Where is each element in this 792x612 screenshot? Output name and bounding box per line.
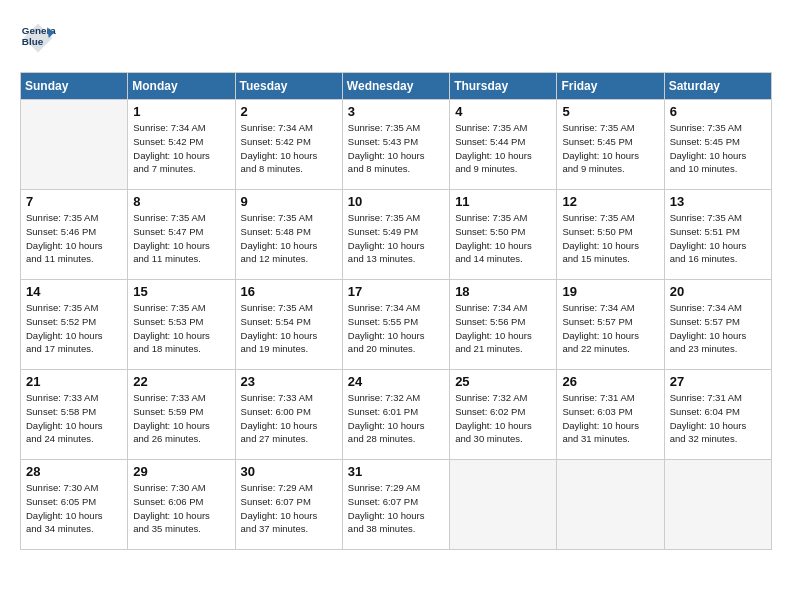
weekday-header: Saturday — [664, 73, 771, 100]
day-info: Sunrise: 7:33 AM Sunset: 5:59 PM Dayligh… — [133, 391, 229, 446]
day-info: Sunrise: 7:35 AM Sunset: 5:45 PM Dayligh… — [562, 121, 658, 176]
day-number: 10 — [348, 194, 444, 209]
day-number: 20 — [670, 284, 766, 299]
day-number: 26 — [562, 374, 658, 389]
day-number: 4 — [455, 104, 551, 119]
day-info: Sunrise: 7:31 AM Sunset: 6:03 PM Dayligh… — [562, 391, 658, 446]
calendar-cell: 24Sunrise: 7:32 AM Sunset: 6:01 PM Dayli… — [342, 370, 449, 460]
day-number: 8 — [133, 194, 229, 209]
day-info: Sunrise: 7:35 AM Sunset: 5:52 PM Dayligh… — [26, 301, 122, 356]
day-info: Sunrise: 7:35 AM Sunset: 5:46 PM Dayligh… — [26, 211, 122, 266]
calendar-cell: 9Sunrise: 7:35 AM Sunset: 5:48 PM Daylig… — [235, 190, 342, 280]
calendar-cell: 25Sunrise: 7:32 AM Sunset: 6:02 PM Dayli… — [450, 370, 557, 460]
day-info: Sunrise: 7:35 AM Sunset: 5:49 PM Dayligh… — [348, 211, 444, 266]
calendar-cell: 13Sunrise: 7:35 AM Sunset: 5:51 PM Dayli… — [664, 190, 771, 280]
day-info: Sunrise: 7:33 AM Sunset: 6:00 PM Dayligh… — [241, 391, 337, 446]
calendar-cell: 19Sunrise: 7:34 AM Sunset: 5:57 PM Dayli… — [557, 280, 664, 370]
calendar-week-row: 21Sunrise: 7:33 AM Sunset: 5:58 PM Dayli… — [21, 370, 772, 460]
day-number: 7 — [26, 194, 122, 209]
day-info: Sunrise: 7:35 AM Sunset: 5:44 PM Dayligh… — [455, 121, 551, 176]
day-number: 16 — [241, 284, 337, 299]
calendar-week-row: 7Sunrise: 7:35 AM Sunset: 5:46 PM Daylig… — [21, 190, 772, 280]
day-number: 11 — [455, 194, 551, 209]
day-info: Sunrise: 7:30 AM Sunset: 6:05 PM Dayligh… — [26, 481, 122, 536]
calendar-cell: 29Sunrise: 7:30 AM Sunset: 6:06 PM Dayli… — [128, 460, 235, 550]
calendar-cell: 21Sunrise: 7:33 AM Sunset: 5:58 PM Dayli… — [21, 370, 128, 460]
calendar-week-row: 28Sunrise: 7:30 AM Sunset: 6:05 PM Dayli… — [21, 460, 772, 550]
day-info: Sunrise: 7:29 AM Sunset: 6:07 PM Dayligh… — [241, 481, 337, 536]
day-info: Sunrise: 7:34 AM Sunset: 5:56 PM Dayligh… — [455, 301, 551, 356]
day-number: 25 — [455, 374, 551, 389]
day-number: 22 — [133, 374, 229, 389]
day-info: Sunrise: 7:34 AM Sunset: 5:42 PM Dayligh… — [241, 121, 337, 176]
weekday-header: Wednesday — [342, 73, 449, 100]
calendar-cell: 20Sunrise: 7:34 AM Sunset: 5:57 PM Dayli… — [664, 280, 771, 370]
logo: General Blue — [20, 20, 62, 56]
day-info: Sunrise: 7:35 AM Sunset: 5:47 PM Dayligh… — [133, 211, 229, 266]
calendar-cell — [450, 460, 557, 550]
day-number: 13 — [670, 194, 766, 209]
day-number: 15 — [133, 284, 229, 299]
svg-text:Blue: Blue — [22, 36, 44, 47]
page-header: General Blue — [20, 20, 772, 56]
day-number: 28 — [26, 464, 122, 479]
day-number: 21 — [26, 374, 122, 389]
calendar-cell: 16Sunrise: 7:35 AM Sunset: 5:54 PM Dayli… — [235, 280, 342, 370]
day-info: Sunrise: 7:35 AM Sunset: 5:45 PM Dayligh… — [670, 121, 766, 176]
weekday-header: Monday — [128, 73, 235, 100]
day-info: Sunrise: 7:35 AM Sunset: 5:43 PM Dayligh… — [348, 121, 444, 176]
calendar-cell: 22Sunrise: 7:33 AM Sunset: 5:59 PM Dayli… — [128, 370, 235, 460]
day-number: 1 — [133, 104, 229, 119]
day-number: 9 — [241, 194, 337, 209]
calendar-cell: 31Sunrise: 7:29 AM Sunset: 6:07 PM Dayli… — [342, 460, 449, 550]
day-info: Sunrise: 7:35 AM Sunset: 5:50 PM Dayligh… — [562, 211, 658, 266]
day-info: Sunrise: 7:35 AM Sunset: 5:53 PM Dayligh… — [133, 301, 229, 356]
calendar-cell: 4Sunrise: 7:35 AM Sunset: 5:44 PM Daylig… — [450, 100, 557, 190]
day-info: Sunrise: 7:35 AM Sunset: 5:50 PM Dayligh… — [455, 211, 551, 266]
calendar-week-row: 1Sunrise: 7:34 AM Sunset: 5:42 PM Daylig… — [21, 100, 772, 190]
day-info: Sunrise: 7:35 AM Sunset: 5:51 PM Dayligh… — [670, 211, 766, 266]
calendar-cell: 18Sunrise: 7:34 AM Sunset: 5:56 PM Dayli… — [450, 280, 557, 370]
calendar-cell: 8Sunrise: 7:35 AM Sunset: 5:47 PM Daylig… — [128, 190, 235, 280]
day-number: 2 — [241, 104, 337, 119]
calendar-cell — [21, 100, 128, 190]
calendar-cell: 17Sunrise: 7:34 AM Sunset: 5:55 PM Dayli… — [342, 280, 449, 370]
calendar-cell: 14Sunrise: 7:35 AM Sunset: 5:52 PM Dayli… — [21, 280, 128, 370]
day-info: Sunrise: 7:32 AM Sunset: 6:01 PM Dayligh… — [348, 391, 444, 446]
day-info: Sunrise: 7:32 AM Sunset: 6:02 PM Dayligh… — [455, 391, 551, 446]
day-number: 19 — [562, 284, 658, 299]
day-info: Sunrise: 7:33 AM Sunset: 5:58 PM Dayligh… — [26, 391, 122, 446]
calendar-cell: 11Sunrise: 7:35 AM Sunset: 5:50 PM Dayli… — [450, 190, 557, 280]
calendar-week-row: 14Sunrise: 7:35 AM Sunset: 5:52 PM Dayli… — [21, 280, 772, 370]
day-number: 27 — [670, 374, 766, 389]
calendar-cell: 15Sunrise: 7:35 AM Sunset: 5:53 PM Dayli… — [128, 280, 235, 370]
day-info: Sunrise: 7:34 AM Sunset: 5:55 PM Dayligh… — [348, 301, 444, 356]
weekday-header-row: SundayMondayTuesdayWednesdayThursdayFrid… — [21, 73, 772, 100]
calendar-cell: 2Sunrise: 7:34 AM Sunset: 5:42 PM Daylig… — [235, 100, 342, 190]
day-number: 31 — [348, 464, 444, 479]
calendar-cell: 30Sunrise: 7:29 AM Sunset: 6:07 PM Dayli… — [235, 460, 342, 550]
day-number: 6 — [670, 104, 766, 119]
calendar-cell: 12Sunrise: 7:35 AM Sunset: 5:50 PM Dayli… — [557, 190, 664, 280]
calendar-cell: 7Sunrise: 7:35 AM Sunset: 5:46 PM Daylig… — [21, 190, 128, 280]
day-info: Sunrise: 7:34 AM Sunset: 5:57 PM Dayligh… — [670, 301, 766, 356]
calendar-cell — [557, 460, 664, 550]
calendar-cell: 27Sunrise: 7:31 AM Sunset: 6:04 PM Dayli… — [664, 370, 771, 460]
calendar-cell: 28Sunrise: 7:30 AM Sunset: 6:05 PM Dayli… — [21, 460, 128, 550]
weekday-header: Sunday — [21, 73, 128, 100]
weekday-header: Friday — [557, 73, 664, 100]
calendar-cell: 5Sunrise: 7:35 AM Sunset: 5:45 PM Daylig… — [557, 100, 664, 190]
day-info: Sunrise: 7:35 AM Sunset: 5:54 PM Dayligh… — [241, 301, 337, 356]
day-number: 3 — [348, 104, 444, 119]
weekday-header: Thursday — [450, 73, 557, 100]
day-info: Sunrise: 7:34 AM Sunset: 5:57 PM Dayligh… — [562, 301, 658, 356]
logo-icon: General Blue — [20, 20, 56, 56]
calendar-cell: 26Sunrise: 7:31 AM Sunset: 6:03 PM Dayli… — [557, 370, 664, 460]
calendar-cell: 23Sunrise: 7:33 AM Sunset: 6:00 PM Dayli… — [235, 370, 342, 460]
calendar-cell: 1Sunrise: 7:34 AM Sunset: 5:42 PM Daylig… — [128, 100, 235, 190]
day-number: 24 — [348, 374, 444, 389]
weekday-header: Tuesday — [235, 73, 342, 100]
calendar-cell — [664, 460, 771, 550]
calendar-cell: 6Sunrise: 7:35 AM Sunset: 5:45 PM Daylig… — [664, 100, 771, 190]
day-number: 14 — [26, 284, 122, 299]
